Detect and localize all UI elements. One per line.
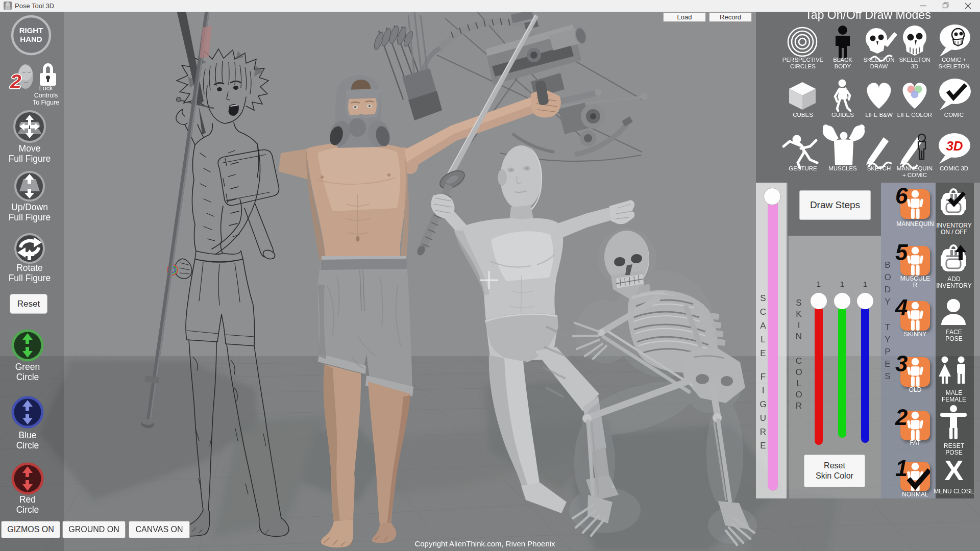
svg-text:3D: 3D — [946, 138, 963, 154]
